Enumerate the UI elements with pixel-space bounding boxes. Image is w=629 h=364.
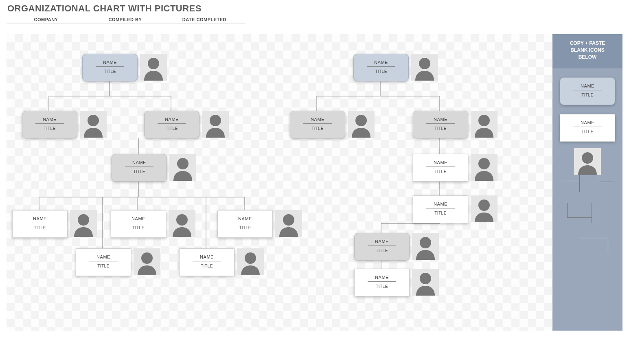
node-r3[interactable]: NAME TITLE [413,154,498,182]
avatar-icon [471,111,498,138]
card-divider [367,66,395,67]
avatar-icon [412,269,439,296]
node-l2b[interactable]: NAME TITLE [144,111,229,138]
node-r2b[interactable]: NAME TITLE [413,111,498,138]
card[interactable]: NAME TITLE [413,111,468,138]
stencil-blue-card[interactable]: NAME TITLE [560,77,615,105]
stencil-connector-2[interactable] [563,203,612,252]
card[interactable]: NAME TITLE [22,111,77,138]
avatar-icon [411,54,438,81]
avatar-icon [202,111,229,138]
svg-point-29 [245,252,256,264]
card-title: TITLE [413,169,468,174]
card[interactable]: NAME TITLE [413,195,468,223]
card[interactable]: NAME TITLE [12,210,68,238]
avatar-icon [471,195,498,222]
card-title: TITLE [290,126,345,131]
node-r5[interactable]: NAME TITLE [354,233,439,261]
svg-point-27 [283,214,294,226]
card-title: TITLE [560,129,615,134]
svg-point-36 [420,273,431,284]
card-title: TITLE [413,126,468,131]
card-name: NAME [76,249,131,259]
avatar-icon [471,154,498,181]
node-root-right[interactable]: NAME TITLE [353,54,438,81]
sidebar-line1: COPY + PASTE [570,40,605,46]
card[interactable]: NAME TITLE [111,210,166,238]
card-divider [303,123,332,124]
card-name: NAME [560,114,615,125]
card[interactable]: NAME TITLE [217,210,273,238]
avatar-icon [70,210,97,237]
card-divider [368,281,396,282]
card-name: NAME [355,269,409,280]
card-divider [193,261,221,261]
card-name: NAME [560,78,615,88]
card-divider [124,223,153,223]
sidebar-line3: BELOW [579,54,597,60]
svg-point-25 [78,214,89,226]
node-r4[interactable]: NAME TITLE [413,195,498,223]
card-divider [426,123,455,124]
svg-point-23 [210,115,221,126]
card-title: TITLE [354,69,408,74]
meta-company: COMPANY [7,15,85,24]
card-name: NAME [355,233,409,244]
node-l3[interactable]: NAME TITLE [112,154,196,182]
node-leaf3[interactable]: NAME TITLE [217,210,302,238]
node-r6[interactable]: NAME TITLE [354,269,439,296]
svg-point-28 [141,252,153,264]
card-title: TITLE [560,93,615,97]
stencil-white-card[interactable]: NAME TITLE [560,114,615,142]
svg-point-33 [478,158,490,169]
card-title: TITLE [355,284,409,289]
card[interactable]: NAME TITLE [76,248,131,276]
svg-point-37 [582,152,593,164]
card-divider [573,90,602,90]
node-l2a[interactable]: NAME TITLE [22,111,107,138]
card-title: TITLE [218,226,272,230]
card-divider [426,167,455,167]
card[interactable]: NAME TITLE [112,154,167,182]
stencil-avatar-icon[interactable] [574,148,601,175]
card-divider [231,223,259,223]
card-title: TITLE [22,126,77,131]
org-canvas[interactable]: NAME TITLE NAME TITLE NAME TITLE [7,34,583,331]
card[interactable]: NAME TITLE [82,54,138,81]
sidebar-line2: BLANK ICONS [570,47,604,53]
card[interactable]: NAME TITLE [353,54,409,81]
card-name: NAME [145,111,199,122]
card-divider [89,261,118,261]
node-r2a[interactable]: NAME TITLE [290,111,375,138]
card-divider [26,223,54,223]
node-leaf2[interactable]: NAME TITLE [111,210,195,238]
card[interactable]: NAME TITLE [290,111,345,138]
node-leaf4[interactable]: NAME TITLE [76,248,160,276]
avatar-icon [169,210,195,237]
avatar-icon [140,54,167,81]
sidebar-stencils: COPY + PASTE BLANK ICONS BELOW NAME TITL… [552,34,622,331]
card[interactable]: NAME TITLE [413,154,468,182]
avatar-icon [237,248,264,275]
node-leaf5[interactable]: NAME TITLE [179,248,264,276]
card[interactable]: NAME TITLE [354,269,410,296]
svg-point-30 [419,58,430,69]
card-name: NAME [354,54,408,65]
svg-point-34 [478,200,490,211]
node-leaf1[interactable]: NAME TITLE [12,210,97,238]
card-name: NAME [290,111,345,122]
avatar-icon [275,210,302,237]
card[interactable]: NAME TITLE [354,233,410,261]
card[interactable]: NAME TITLE [179,248,235,276]
card-divider [158,123,186,124]
card-name: NAME [22,111,77,122]
avatar-icon [134,248,160,275]
card-name: NAME [218,211,272,221]
card[interactable]: NAME TITLE [144,111,199,138]
card-title: TITLE [355,248,409,253]
card-divider [426,208,455,208]
svg-point-21 [148,58,159,69]
node-root-left[interactable]: NAME TITLE [82,54,167,81]
card-name: NAME [413,154,468,165]
card-name: NAME [111,211,166,221]
